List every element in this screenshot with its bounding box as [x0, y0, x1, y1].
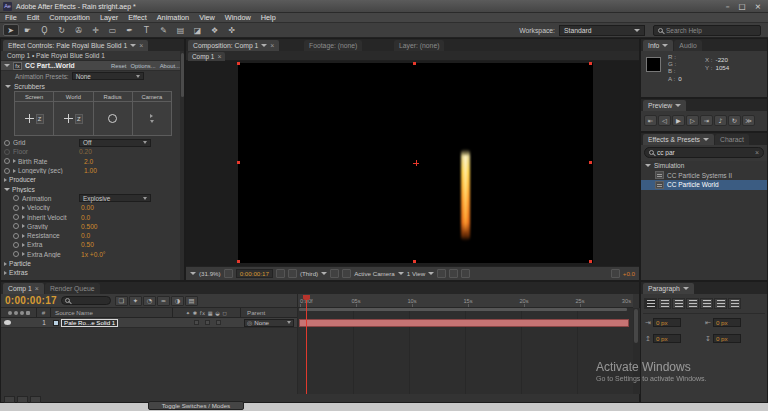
- show-channel-button[interactable]: [288, 269, 297, 278]
- layer-switch[interactable]: [194, 320, 199, 325]
- effect-enabled-toggle[interactable]: fx: [13, 62, 22, 70]
- tab-character[interactable]: Charact: [715, 134, 749, 145]
- comp-mini-flowchart-button[interactable]: ❏: [115, 296, 128, 306]
- layer-handle[interactable]: [237, 62, 240, 65]
- world-scrubber-crosshair-icon[interactable]: [64, 114, 73, 123]
- layer-handle[interactable]: [589, 260, 592, 263]
- left-indent-field[interactable]: 0 px: [653, 318, 681, 327]
- disclosure-open-icon[interactable]: [4, 64, 10, 67]
- disclosure-icon[interactable]: [22, 243, 25, 247]
- options-link[interactable]: Options...: [130, 63, 155, 69]
- world-z-scrubber[interactable]: Z: [75, 114, 83, 124]
- close-tab-icon[interactable]: ×: [35, 285, 39, 292]
- layer-handle[interactable]: [413, 62, 416, 65]
- tree-folder-simulation[interactable]: Simulation: [641, 161, 767, 171]
- stopwatch-icon[interactable]: [13, 233, 19, 239]
- play-button[interactable]: ▶: [672, 115, 685, 126]
- tab-audio[interactable]: Audio: [674, 40, 701, 51]
- first-frame-button[interactable]: ⇤: [644, 115, 657, 126]
- tab-layer-viewer[interactable]: Layer: (none): [394, 40, 444, 51]
- tab-effects-presets[interactable]: Effects & Presets: [643, 134, 714, 145]
- about-link[interactable]: About...: [160, 63, 180, 69]
- composition-canvas[interactable]: [238, 63, 593, 263]
- menu-layer[interactable]: Layer: [95, 13, 123, 22]
- stopwatch-icon[interactable]: [13, 205, 19, 211]
- align-center-button[interactable]: [658, 298, 671, 309]
- layer-switch[interactable]: [216, 320, 221, 325]
- layer-handle[interactable]: [589, 62, 592, 65]
- resolution-dropdown[interactable]: (Third): [300, 270, 318, 277]
- frame-blending-button[interactable]: ◑: [171, 296, 184, 306]
- screen-z-scrubber[interactable]: Z: [36, 114, 44, 124]
- property-value[interactable]: 2.0: [84, 158, 93, 165]
- exposure-value[interactable]: +0.0: [623, 270, 635, 277]
- fast-previews-button[interactable]: [449, 269, 458, 278]
- camera-scrubber-icon[interactable]: [150, 120, 154, 123]
- safe-areas-button[interactable]: [224, 269, 233, 278]
- effect-name[interactable]: CC Part...World: [25, 62, 75, 69]
- property-value[interactable]: 1.00: [84, 167, 97, 174]
- toggle-switches-modes-button[interactable]: Toggle Switches / Modes: [148, 401, 244, 410]
- hide-shy-layers-button[interactable]: ≈: [157, 296, 170, 306]
- panel-menu-icon[interactable]: [683, 287, 689, 290]
- snapshot-button[interactable]: [276, 269, 285, 278]
- menu-effect[interactable]: Effect: [123, 13, 152, 22]
- tree-item-cc-particle-systems[interactable]: CC Particle Systems II: [641, 171, 767, 181]
- help-search-box[interactable]: [653, 25, 761, 36]
- effects-search-input[interactable]: [657, 149, 752, 156]
- animation-presets-dropdown[interactable]: None: [72, 72, 144, 80]
- reset-exposure-button[interactable]: [611, 269, 620, 278]
- selection-tool[interactable]: ➤: [3, 24, 19, 36]
- stopwatch-icon[interactable]: [4, 158, 10, 164]
- eye-toggle[interactable]: [4, 320, 11, 325]
- eraser-tool[interactable]: ◪: [190, 24, 206, 36]
- parent-dropdown[interactable]: ◎ None: [244, 319, 294, 327]
- composition-viewer[interactable]: [186, 61, 639, 266]
- stopwatch-icon[interactable]: [4, 168, 10, 174]
- timeline-track-area[interactable]: [297, 308, 633, 394]
- pen-tool[interactable]: ✒: [122, 24, 138, 36]
- brush-tool[interactable]: ✎: [156, 24, 172, 36]
- camera-scrubber-icon[interactable]: [150, 114, 153, 118]
- property-value[interactable]: 0.0: [81, 214, 90, 221]
- close-tab-icon[interactable]: ×: [217, 53, 221, 60]
- tab-effect-controls[interactable]: Effect Controls: Pale Royal Blue Solid 1…: [3, 40, 148, 51]
- layer-name[interactable]: Pale Ro...e Solid 1: [61, 319, 118, 327]
- 3d-view-dropdown[interactable]: Active Camera: [354, 270, 395, 277]
- loop-button[interactable]: ↻: [728, 115, 741, 126]
- transparency-grid-button[interactable]: [342, 269, 351, 278]
- layer-anchor-point[interactable]: [413, 160, 419, 166]
- tree-item-cc-particle-world[interactable]: CC Particle World: [641, 180, 767, 190]
- workspace-dropdown[interactable]: Standard: [559, 25, 645, 36]
- space-before-field[interactable]: 0 px: [653, 334, 681, 343]
- radius-scrubber-icon[interactable]: [108, 114, 117, 123]
- minimize-button[interactable]: –: [726, 2, 730, 11]
- zoom-level-dropdown[interactable]: (31.9%): [199, 270, 221, 277]
- tab-info[interactable]: Info: [643, 40, 673, 51]
- panel-menu-icon[interactable]: [261, 44, 267, 47]
- source-name-column-header[interactable]: Source Name: [55, 309, 93, 316]
- expand-layer-panes-button[interactable]: [4, 396, 15, 403]
- stopwatch-icon[interactable]: [13, 223, 19, 229]
- menu-composition[interactable]: Composition: [44, 13, 95, 22]
- panel-menu-icon[interactable]: [703, 138, 709, 141]
- previous-frame-button[interactable]: ◁: [658, 115, 671, 126]
- menu-view[interactable]: View: [194, 13, 220, 22]
- tab-footage[interactable]: Footage: (none): [304, 40, 362, 51]
- draft-3d-button[interactable]: ◔: [143, 296, 156, 306]
- shape-tool[interactable]: ▭: [105, 24, 121, 36]
- disclosure-icon[interactable]: [22, 234, 25, 238]
- right-indent-field[interactable]: 0 px: [713, 318, 741, 327]
- live-update-button[interactable]: ✦: [129, 296, 142, 306]
- stopwatch-icon[interactable]: [13, 195, 19, 201]
- playhead-line[interactable]: [306, 295, 307, 394]
- justify-last-right-button[interactable]: [714, 298, 727, 309]
- timeline-button[interactable]: [461, 269, 470, 278]
- panel-menu-icon[interactable]: [675, 104, 681, 107]
- time-ruler[interactable]: 0:00f 05s 10s 15s 20s 25s 30s: [297, 294, 633, 308]
- zoom-tool[interactable]: Ϙ: [37, 24, 53, 36]
- region-of-interest-button[interactable]: [330, 269, 339, 278]
- align-left-button[interactable]: [644, 298, 657, 309]
- menu-file[interactable]: File: [0, 13, 22, 22]
- layer-row[interactable]: 1 Pale Ro...e Solid 1 ◎ None: [1, 318, 297, 328]
